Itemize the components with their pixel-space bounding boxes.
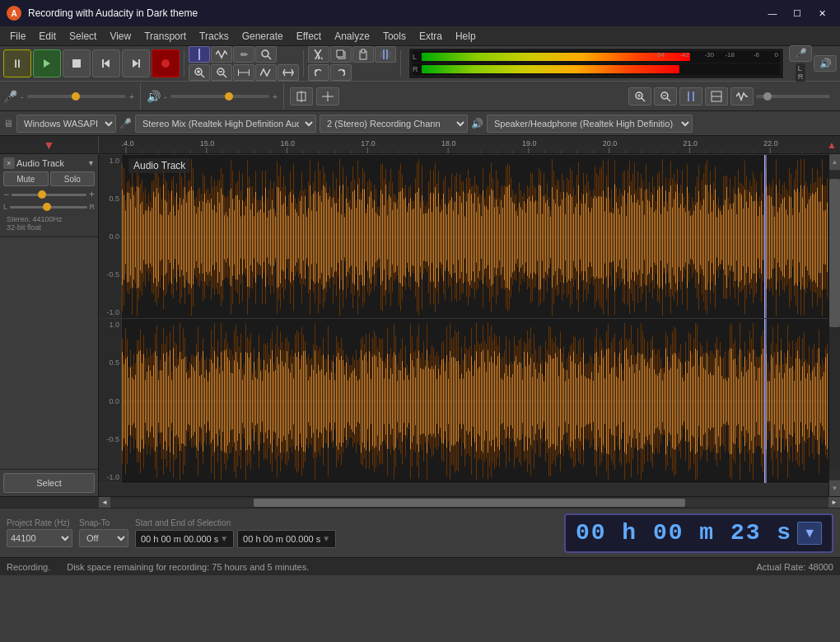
- fit-button[interactable]: [233, 64, 254, 81]
- selection-label: Start and End of Selection: [135, 518, 336, 527]
- track-volume-row: − +: [3, 189, 95, 200]
- track-mute-solo-controls: Mute Solo: [3, 171, 95, 186]
- time-dropdown-button[interactable]: ▼: [797, 522, 822, 545]
- time-digits: 00 h 00 m 23 s: [576, 520, 792, 546]
- minimize-button[interactable]: —: [761, 5, 784, 21]
- menu-edit[interactable]: Edit: [32, 27, 63, 45]
- output-gain-slider[interactable]: [170, 95, 269, 98]
- stop-button[interactable]: [63, 49, 91, 77]
- skip-start-button[interactable]: [92, 49, 120, 77]
- menu-generate[interactable]: Generate: [236, 27, 290, 45]
- play-button[interactable]: [33, 49, 61, 77]
- track-pan-slider[interactable]: [10, 206, 86, 209]
- project-rate-label: Project Rate (Hz): [7, 518, 72, 527]
- menu-tools[interactable]: Tools: [376, 27, 413, 45]
- menu-help[interactable]: Help: [449, 27, 483, 45]
- paste-button[interactable]: [352, 46, 374, 63]
- zoom-tool-button[interactable]: [255, 46, 277, 63]
- output-gain-minus-label: -: [164, 91, 167, 101]
- track-select-button[interactable]: Select: [3, 473, 95, 493]
- timeline-start-arrow: ▼: [44, 138, 55, 152]
- scroll-down-button[interactable]: ▼: [829, 480, 840, 496]
- separator3: [400, 50, 401, 77]
- input-meter-button[interactable]: 🎤: [789, 45, 812, 62]
- envelope-tool-button[interactable]: [211, 46, 232, 63]
- scroll-up-button[interactable]: ▲: [829, 154, 840, 171]
- ruler-row: ▼ ▲: [0, 136, 840, 154]
- menu-select[interactable]: Select: [63, 27, 103, 45]
- record-button[interactable]: [152, 49, 180, 77]
- timeline-ruler[interactable]: ▲: [99, 136, 840, 153]
- zoom-slider[interactable]: [756, 95, 830, 98]
- title-bar: A Recording with Audacity in Dark theme …: [0, 0, 840, 26]
- selection-start-value[interactable]: 00 h 00 m 00.000 s ▼: [135, 530, 234, 548]
- transport-toolbar: ⏸ ✏: [0, 46, 840, 81]
- channels-select[interactable]: 2 (Stereo) Recording Chann: [320, 115, 468, 133]
- input-device-select[interactable]: Stereo Mix (Realtek High Definition Audi…: [135, 115, 316, 133]
- select-tool-button[interactable]: [189, 46, 210, 63]
- gain-minus-label: -: [21, 91, 24, 101]
- project-rate-select[interactable]: 44100: [7, 529, 72, 547]
- track-header: × Audio Track ▼ Mute Solo − + L R: [0, 154, 98, 237]
- zoom-normal-button[interactable]: [316, 87, 339, 105]
- scroll-thumb[interactable]: [829, 179, 840, 327]
- scroll-right-button[interactable]: ►: [828, 497, 840, 508]
- waveform-upper: Audio Track 1.0 0.5 0.0 -0.5 -1.0: [99, 154, 840, 319]
- track-volume-slider[interactable]: [12, 194, 86, 196]
- maximize-button[interactable]: ☐: [786, 5, 809, 21]
- pause-button[interactable]: ⏸: [3, 49, 31, 77]
- close-button[interactable]: ✕: [810, 5, 833, 21]
- undo-button[interactable]: [308, 64, 329, 81]
- skip-end-button[interactable]: [122, 49, 150, 77]
- solo-button[interactable]: Solo: [50, 171, 96, 186]
- menu-transport[interactable]: Transport: [138, 27, 193, 45]
- waveform-container[interactable]: Audio Track 1.0 0.5 0.0 -0.5 -1.0 1.0 0.…: [99, 154, 840, 496]
- track-close-button[interactable]: ×: [3, 157, 15, 169]
- track-container: × Audio Track ▼ Mute Solo − + L R: [0, 154, 840, 496]
- zoom-reset-button[interactable]: [278, 64, 299, 81]
- vu-meter-area: L R -54 -42: [408, 48, 784, 79]
- vertical-scrollbar[interactable]: ▲ ▼: [828, 154, 840, 496]
- fit-project-button[interactable]: [705, 87, 728, 105]
- menu-extra[interactable]: Extra: [413, 27, 449, 45]
- svg-point-6: [161, 59, 170, 68]
- svg-line-11: [201, 74, 204, 77]
- zoom-out-button[interactable]: [211, 64, 232, 81]
- track-dropdown-icon[interactable]: ▼: [87, 159, 95, 167]
- output-meter-button[interactable]: 🔊: [814, 55, 837, 72]
- separator4: [140, 83, 141, 110]
- svg-rect-3: [102, 59, 104, 68]
- menu-analyze[interactable]: Analyze: [328, 27, 376, 45]
- draw-tool-button[interactable]: ✏: [233, 46, 254, 63]
- track-controls-panel: × Audio Track ▼ Mute Solo − + L R: [0, 154, 99, 496]
- redo-button[interactable]: [330, 64, 352, 81]
- mute-button[interactable]: Mute: [3, 171, 49, 186]
- svg-rect-22: [337, 50, 343, 57]
- audio-host-select[interactable]: Windows WASAPI: [16, 115, 116, 133]
- track-title-row: × Audio Track ▼: [3, 157, 95, 169]
- cut-button[interactable]: [308, 46, 329, 63]
- svg-line-34: [642, 98, 645, 101]
- h-scroll-track[interactable]: [110, 499, 828, 507]
- trim-button[interactable]: [375, 46, 396, 63]
- selection-end-value[interactable]: 00 h 00 m 00.000 s ▼: [237, 530, 336, 548]
- track-zoom-in-button[interactable]: [628, 87, 651, 105]
- menu-tracks[interactable]: Tracks: [193, 27, 236, 45]
- input-gain-slider[interactable]: [27, 95, 126, 98]
- zoom-waveform-button[interactable]: [730, 87, 754, 105]
- h-scroll-thumb[interactable]: [254, 499, 684, 507]
- output-device-select[interactable]: Speaker/Headphone (Realtek High Definiti…: [487, 115, 693, 133]
- zoom-in-button[interactable]: [189, 64, 210, 81]
- copy-button[interactable]: [330, 46, 352, 63]
- menu-view[interactable]: View: [103, 27, 138, 45]
- scroll-left-button[interactable]: ◄: [99, 497, 110, 508]
- zoom-toggle-button[interactable]: [255, 64, 277, 81]
- snap-to-select[interactable]: Off: [79, 529, 128, 547]
- time-display: 00 h 00 m 23 s ▼: [564, 513, 833, 553]
- fit-vertically-button[interactable]: [290, 87, 313, 105]
- zoom-selection-button[interactable]: [679, 87, 702, 105]
- track-zoom-out-button[interactable]: [654, 87, 677, 105]
- menu-file[interactable]: File: [3, 27, 32, 45]
- menu-effect[interactable]: Effect: [290, 27, 328, 45]
- svg-point-8: [262, 50, 268, 57]
